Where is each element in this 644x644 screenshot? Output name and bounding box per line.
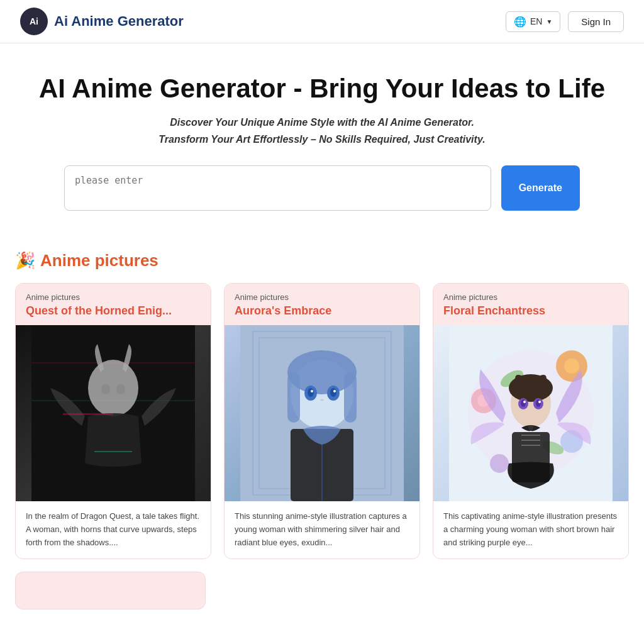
svg-point-26: [564, 358, 579, 374]
logo-initials: Ai: [30, 16, 38, 26]
hero-subtitle-line1: Discover Your Unique Anime Style with th…: [170, 117, 474, 128]
card-2-image: [225, 325, 419, 501]
section-title-text: Anime pictures: [40, 251, 158, 270]
signin-button[interactable]: Sign In: [568, 11, 624, 32]
svg-point-43: [523, 401, 526, 403]
svg-point-45: [528, 425, 533, 430]
hero-subtitle-line2: Transform Your Art Effortlessly – No Ski…: [158, 134, 485, 145]
card-partial[interactable]: [15, 572, 206, 609]
card-1-image: [16, 325, 211, 501]
svg-rect-7: [94, 451, 132, 452]
card-1-title: Quest of the Horned Enig...: [26, 304, 201, 318]
hero-section: AI Anime Generator - Bring Your Ideas to…: [0, 43, 644, 231]
card-2-category: Anime pictures: [235, 292, 409, 302]
globe-icon: 🌐: [514, 16, 526, 28]
card-1-category: Anime pictures: [26, 292, 201, 302]
hero-title: AI Anime Generator - Bring Your Ideas to…: [13, 74, 631, 104]
svg-point-42: [536, 399, 541, 407]
header: Ai Ai Anime Generator 🌐 EN ▼ Sign In: [0, 0, 644, 43]
svg-rect-13: [287, 372, 300, 423]
svg-point-18: [330, 388, 336, 397]
svg-point-29: [490, 454, 509, 473]
logo-icon: Ai: [20, 8, 48, 35]
cards-grid: Anime pictures Quest of the Horned Enig.…: [15, 283, 629, 558]
cards-bottom: [0, 559, 644, 609]
card-3-title: Floral Enchantress: [443, 304, 618, 318]
card-2-desc: This stunning anime-style illustration c…: [225, 501, 419, 558]
card-1[interactable]: Anime pictures Quest of the Horned Enig.…: [15, 283, 211, 558]
language-selector[interactable]: 🌐 EN ▼: [506, 11, 560, 32]
logo-title: Ai Anime Generator: [54, 13, 184, 30]
search-input[interactable]: [64, 165, 491, 211]
svg-point-17: [308, 388, 314, 397]
search-bar: Generate: [64, 165, 580, 211]
svg-point-41: [521, 399, 526, 407]
svg-point-44: [538, 401, 541, 403]
hero-subtitle: Discover Your Unique Anime Style with th…: [13, 114, 631, 148]
card-3[interactable]: Anime pictures Floral Enchantress: [433, 283, 629, 558]
svg-point-20: [333, 390, 336, 392]
card-2-title: Aurora's Embrace: [235, 304, 409, 318]
card-1-desc: In the realm of Dragon Quest, a tale tak…: [16, 501, 211, 558]
svg-point-19: [311, 390, 313, 392]
generate-button[interactable]: Generate: [501, 165, 580, 211]
card-2-header: Anime pictures Aurora's Embrace: [225, 284, 419, 325]
svg-rect-14: [344, 372, 357, 423]
svg-point-5: [116, 384, 125, 394]
anime-pictures-section: 🎉 Anime pictures Anime pictures Quest of…: [0, 231, 644, 558]
card-3-header: Anime pictures Floral Enchantress: [433, 284, 628, 325]
card-3-image: [433, 325, 628, 501]
card-3-desc: This captivating anime-style illustratio…: [433, 501, 628, 558]
svg-point-4: [101, 384, 110, 394]
card-3-category: Anime pictures: [443, 292, 618, 302]
lang-label: EN: [530, 16, 542, 26]
header-actions: 🌐 EN ▼ Sign In: [506, 11, 624, 32]
chevron-down-icon: ▼: [546, 18, 552, 25]
logo-area: Ai Ai Anime Generator: [20, 8, 184, 35]
svg-rect-6: [63, 413, 113, 415]
section-title: 🎉 Anime pictures: [15, 251, 629, 270]
sparkle-icon: 🎉: [15, 251, 35, 270]
card-1-header: Anime pictures Quest of the Horned Enig.…: [16, 284, 211, 325]
svg-point-3: [88, 360, 138, 416]
card-2[interactable]: Anime pictures Aurora's Embrace: [224, 283, 420, 558]
